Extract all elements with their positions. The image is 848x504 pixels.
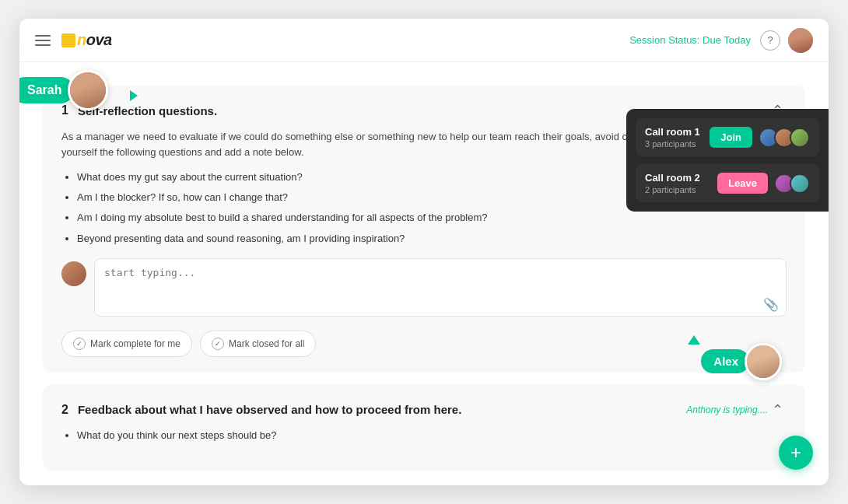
bullet-3: Am I doing my absolute best to build a s… [77, 211, 787, 225]
svg-rect-0 [65, 37, 72, 44]
logo: nova [61, 31, 112, 49]
mark-closed-button[interactable]: ✓ Mark closed for all [200, 331, 316, 357]
room2-avatar-2 [790, 173, 810, 194]
alex-floating-label[interactable]: Alex [701, 343, 782, 380]
card-2-title: Feedback about what I have observed and … [78, 403, 686, 416]
check-icon-closed: ✓ [212, 338, 224, 350]
input-avatar [61, 261, 86, 286]
call-room-2-participants: 2 participants [645, 185, 711, 194]
attach-icon[interactable]: 📎 [763, 297, 779, 312]
card-2-bullets: What do you think our next steps should … [61, 429, 787, 443]
room2-avatars [774, 173, 810, 194]
menu-icon[interactable] [35, 35, 51, 46]
sarah-floating-label[interactable]: Sarah [19, 70, 108, 110]
app-header: nova Session Status: Due Today ? [19, 19, 829, 62]
card-2-header: 2 Feedback about what I have observed an… [61, 401, 787, 419]
text-input-wrapper: 📎 [94, 258, 787, 320]
alex-avatar[interactable] [745, 343, 782, 380]
mark-complete-button[interactable]: ✓ Mark complete for me [61, 331, 192, 357]
call-rooms-panel: Call room 1 3 participants Join Call roo… [626, 109, 829, 212]
call-room-2-info: Call room 2 2 participants [645, 172, 711, 194]
check-icon-complete: ✓ [73, 338, 86, 350]
sarah-name[interactable]: Sarah [19, 77, 74, 103]
user-avatar-header[interactable] [788, 28, 813, 53]
bullet-4: Beyond presenting data and sound reasoni… [77, 232, 787, 246]
card-2-bullet-1: What do you think our next steps should … [77, 429, 787, 443]
input-row: 📎 [61, 258, 787, 320]
card-2-number: 2 [61, 403, 68, 417]
typing-indicator: Anthony is typing.... [686, 404, 768, 415]
card-2: 2 Feedback about what I have observed an… [43, 385, 805, 471]
call-room-1-name: Call room 1 [645, 126, 703, 138]
call-room-1: Call room 1 3 participants Join [636, 118, 819, 156]
alex-arrow [688, 335, 700, 345]
action-row: ✓ Mark complete for me ✓ Mark closed for… [61, 331, 787, 357]
logo-text: nova [77, 31, 112, 49]
sarah-arrow [130, 90, 138, 101]
call-room-2: Call room 2 2 participants Leave [636, 164, 819, 202]
alex-name[interactable]: Alex [701, 349, 749, 373]
call-room-1-info: Call room 1 3 participants [645, 126, 703, 149]
mark-closed-label: Mark closed for all [229, 338, 304, 349]
sarah-avatar[interactable] [68, 70, 108, 110]
call-room-1-participants: 3 participants [645, 139, 703, 149]
room1-avatar-3 [790, 128, 810, 148]
mark-complete-label: Mark complete for me [90, 338, 180, 349]
card-2-collapse-btn[interactable]: ⌃ [768, 401, 787, 419]
session-status: Session Status: Due Today [629, 34, 751, 46]
logo-icon [61, 33, 75, 47]
room1-avatars [759, 128, 810, 148]
help-button[interactable]: ? [760, 30, 780, 51]
join-button-room1[interactable]: Join [710, 127, 752, 148]
note-input[interactable] [94, 258, 787, 317]
leave-button-room2[interactable]: Leave [717, 173, 768, 194]
call-room-2-name: Call room 2 [645, 172, 711, 184]
fab-add-button[interactable]: + [779, 436, 813, 470]
main-content: Sarah 1 Self-reflection questions. ⌃ As … [19, 62, 829, 485]
